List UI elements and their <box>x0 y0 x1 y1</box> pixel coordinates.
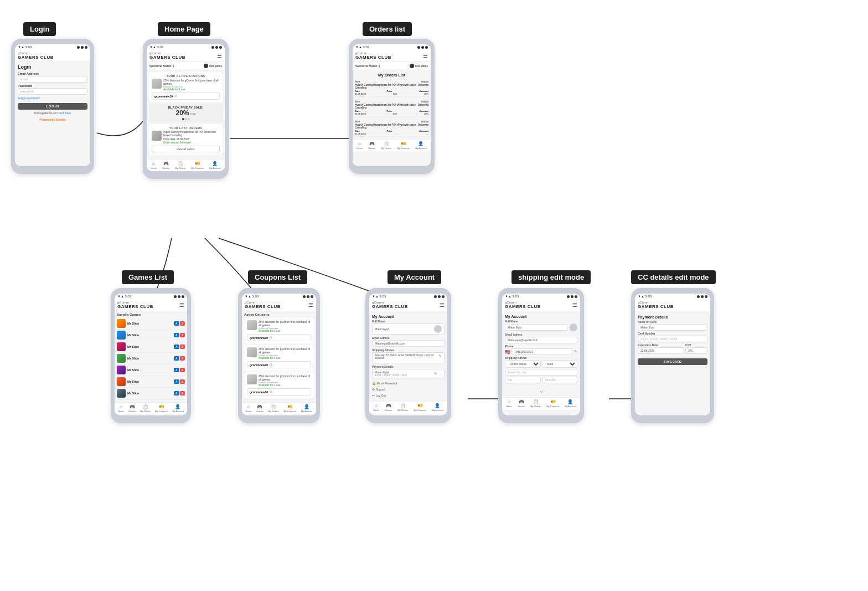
nav-home[interactable]: ⌂Home <box>151 161 157 169</box>
shipping-city[interactable]: City <box>505 377 541 383</box>
game-item-3[interactable]: Mr Slice AS <box>117 341 185 353</box>
coupons-section-title: YOUR ACTIVE COUPONS <box>166 74 205 78</box>
games-nav-home[interactable]: ⌂Home <box>118 404 124 413</box>
orders-nav-games[interactable]: 🎮Games <box>368 141 375 150</box>
login-button[interactable]: LOGIN <box>18 103 87 110</box>
account-nav-coupons[interactable]: 🎫My Coupons <box>414 403 426 412</box>
support-link[interactable]: ⚙ Support <box>372 386 445 392</box>
shipping-nav-account[interactable]: 👤My Account <box>565 399 576 408</box>
shipping-nav-home[interactable]: ⌂Home <box>506 399 512 408</box>
shipping-full-name[interactable]: Matan Eyal <box>505 324 568 331</box>
cc-number[interactable]: XXXX - XXXX - XXXX - XXXX <box>638 336 707 342</box>
app-title: GAMERS CLUB <box>18 55 87 60</box>
orders-list-label: Orders list <box>363 22 412 36</box>
sale-pct: 20% <box>175 109 189 117</box>
account-shipping: Atrossian 5/7 Holon, Israel, 5033221 Pho… <box>372 352 445 363</box>
orders-section-title: YOUR LAST ORDERS <box>169 126 203 130</box>
game-item-2[interactable]: Mr Slice AS <box>117 330 185 341</box>
home-bottom-nav: ⌂Home 🎮Games 📋My Orders 🎫My Coupons 👤My … <box>147 159 225 171</box>
nav-coupons[interactable]: 🎫My Coupons <box>191 161 203 169</box>
my-account-label: My Account <box>388 270 441 284</box>
coupons-nav-home[interactable]: ⌂Home <box>245 404 251 413</box>
cc-exp[interactable]: 22.05.2025 <box>638 347 684 354</box>
games-status-bar: ▼▲ 3:03 <box>115 294 187 299</box>
shipping-phone[interactable]: +94810010001 <box>512 348 573 355</box>
nav-orders[interactable]: 📋My Orders <box>175 161 185 169</box>
orders-bottom-nav: ⌂Home 🎮Games 📋My Orders 🎫My Coupons 👤My … <box>353 139 431 151</box>
game-item-6[interactable]: Mr Slice AS <box>117 376 185 388</box>
coupon-code: gcommnew10 <box>154 95 173 98</box>
orders-status-bar: ▼▲ 3:03 <box>353 44 431 50</box>
nav-games[interactable]: 🎮Games <box>162 161 169 169</box>
cc-status-bar: ▼▲ 3:03 <box>635 294 710 299</box>
orders-nav-account[interactable]: 👤My Account <box>415 141 427 150</box>
shipping-country[interactable]: United States <box>505 360 541 368</box>
coupons-nav-coupons[interactable]: 🎫My Coupons <box>283 404 296 413</box>
login-label: Login <box>23 22 56 36</box>
orders-nav-orders[interactable]: 📋My Orders <box>381 141 391 150</box>
points-text: 800 points <box>209 64 222 68</box>
coupons-nav-games[interactable]: 🎮Games <box>256 404 264 413</box>
games-list-phone: ▼▲ 3:03 gComm GAMERS CLUB ☰ Sayollo Game… <box>111 288 191 423</box>
games-nav-games[interactable]: 🎮Games <box>128 404 136 413</box>
orders-nav-home[interactable]: ⌂Home <box>356 141 363 150</box>
cc-edit-title: Payment Details <box>638 314 707 320</box>
coupons-nav-account[interactable]: 👤My Account <box>301 404 313 413</box>
email-input[interactable]: Email <box>18 76 87 83</box>
homepage-label: Home Page <box>158 22 210 36</box>
games-bottom-nav: ⌂Home 🎮Games 📋My Orders 🎫My Coupons 👤My … <box>115 402 187 414</box>
homepage-phone: ▼▲ 3:03 gComm GAMERS CLUB ☰ Welcome Mata… <box>143 39 229 179</box>
games-list-label: Games List <box>122 270 174 284</box>
shipping-nav-orders[interactable]: 📋My Orders <box>530 399 541 408</box>
home-app-title: GAMERS CLUB <box>149 55 185 60</box>
account-nav-account[interactable]: 👤My Account <box>432 403 443 412</box>
shipping-email[interactable]: Mataneyal@sayollo.com <box>505 337 577 343</box>
games-nav-coupons[interactable]: 🎫My Coupons <box>155 404 167 413</box>
shipping-state[interactable]: State <box>542 360 578 368</box>
orders-nav-coupons[interactable]: 🎫My Coupons <box>397 141 409 150</box>
game-item-7[interactable]: Mr Slice AS <box>117 388 185 399</box>
login-title: Login <box>18 64 87 70</box>
games-nav-account[interactable]: 👤My Account <box>172 404 184 413</box>
account-full-name: Matan Eyal <box>372 323 445 335</box>
account-nav-home[interactable]: ⌂Home <box>373 403 379 412</box>
home-status-bar: ▼▲ 3:03 <box>147 44 225 50</box>
coupons-active-title: Active Coupons <box>244 313 314 316</box>
games-nav-orders[interactable]: 📋My Orders <box>140 404 151 413</box>
coupons-bottom-nav: ⌂Home 🎮Games 📋My Orders 🎫My Coupons 👤My … <box>242 402 316 414</box>
game-item-4[interactable]: Mr Slice AS <box>117 353 185 364</box>
account-nav-orders[interactable]: 📋My Orders <box>397 403 408 412</box>
coupons-status-bar: ▼▲ 3:03 <box>242 294 316 299</box>
login-phone: ▼▲ 3:03 gComm GAMERS CLUB Login Email Ad… <box>11 39 94 174</box>
coupons-nav-orders[interactable]: 📋My Orders <box>268 404 279 413</box>
nav-account[interactable]: 👤My Account <box>209 161 221 169</box>
logout-link[interactable]: ↩ Log Out <box>372 392 445 398</box>
coupons-list-phone: ▼▲ 3:03 gComm GAMERS CLUB ☰ Active Coupo… <box>238 288 320 423</box>
shipping-bottom-nav: ⌂Home 🎮Games 📋My Orders 🎫My Coupons 👤My … <box>502 397 580 409</box>
password-input[interactable]: password <box>18 88 87 95</box>
cc-edit-label: CC details edit mode <box>631 270 716 284</box>
shipping-zip[interactable]: Zip Code <box>542 377 578 383</box>
game-item-1[interactable]: Mr Slice AS <box>117 318 185 330</box>
save-card-button[interactable]: SAVE CARD <box>638 358 707 365</box>
reset-password-link[interactable]: 🔒 Reset Password <box>372 380 445 386</box>
account-nav-games[interactable]: 🎮Games <box>385 403 392 412</box>
coupons-list-label: Coupons List <box>248 270 307 284</box>
cc-name[interactable]: Matan Eyal <box>638 324 707 331</box>
cc-edit-phone: ▼▲ 3:03 gComm GAMERS CLUB Payment Detail… <box>631 288 714 423</box>
shipping-edit-title: My Account <box>505 313 577 320</box>
account-title: My Account <box>372 313 445 320</box>
shipping-status-bar: ▼▲ 3:03 <box>502 294 580 299</box>
welcome-text: Welcome Matan :) <box>149 64 174 68</box>
order-name: #sport Gaming Headphones for PS4 Wired w… <box>163 131 220 138</box>
view-all-btn[interactable]: View all orders <box>152 146 220 152</box>
game-item-5[interactable]: Mr Slice AS <box>117 364 185 376</box>
email-label: Email Address <box>18 72 87 75</box>
shipping-nav-coupons[interactable]: 🎫My Coupons <box>546 399 559 408</box>
account-bottom-nav: ⌂Home 🎮Games 📋My Orders 🎫My Coupons 👤My … <box>369 401 447 413</box>
shipping-nav-games[interactable]: 🎮Games <box>518 399 525 408</box>
cc-cvv[interactable]: 371 <box>685 347 707 354</box>
not-registered-text: Not registered yet? Click here <box>18 111 87 115</box>
shipping-street[interactable]: Street, No., Apt <box>505 369 577 376</box>
forgot-password-link[interactable]: Forgot password? <box>18 96 87 100</box>
